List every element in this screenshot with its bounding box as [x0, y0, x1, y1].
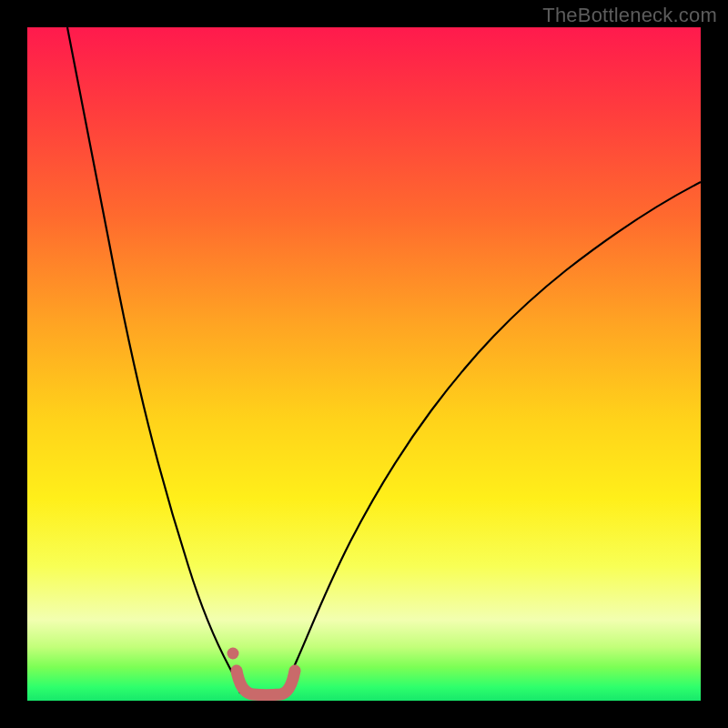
left-curve — [67, 27, 240, 693]
watermark-text: TheBottleneck.com — [542, 4, 717, 27]
right-curve — [283, 182, 701, 693]
plot-area — [27, 27, 701, 701]
valley-highlight — [237, 671, 295, 695]
chart-svg — [27, 27, 701, 701]
chart-frame: TheBottleneck.com — [0, 0, 728, 728]
left-dot-marker — [228, 648, 239, 660]
